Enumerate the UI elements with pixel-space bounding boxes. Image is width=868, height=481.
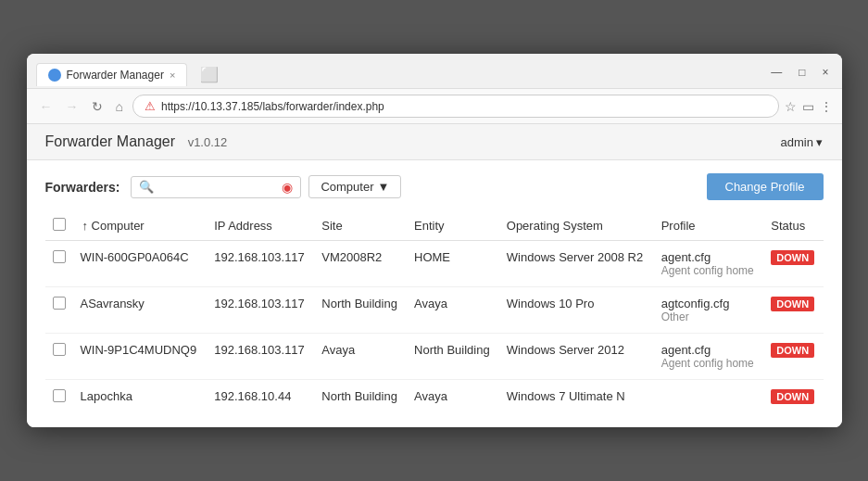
forwarders-table: ↑ Computer IP Address Site Entity Operat… (45, 211, 824, 414)
col-profile[interactable]: Profile (654, 211, 764, 241)
table-row: Lapochka 192.168.10.44 North Building Av… (45, 380, 824, 415)
cell-site: North Building (314, 287, 407, 334)
new-tab-button[interactable]: ⬜ (193, 61, 226, 88)
cell-ip: 192.168.103.117 (207, 287, 314, 334)
close-button[interactable]: × (818, 66, 832, 79)
security-warning-icon: ⚠ (145, 99, 156, 113)
forward-button[interactable]: → (62, 97, 82, 116)
cell-os: Windows 10 Pro (499, 287, 654, 334)
admin-menu[interactable]: admin ▾ (780, 135, 823, 149)
search-box[interactable]: 🔍 ◉ (131, 176, 301, 198)
cell-ip: 192.168.10.44 (207, 380, 314, 415)
cell-site: Avaya (314, 334, 407, 380)
row-checkbox-cell[interactable] (45, 380, 73, 415)
toolbar: Forwarders: 🔍 ◉ Computer ▼ Change Profil… (45, 173, 824, 200)
col-status[interactable]: Status (763, 211, 823, 241)
row-checkbox[interactable] (53, 250, 66, 263)
change-profile-button[interactable]: Change Profile (707, 173, 824, 200)
cell-profile: agent.cfg Agent config home (654, 334, 764, 380)
table-row: ASavransky 192.168.103.117 North Buildin… (45, 287, 824, 334)
row-checkbox[interactable] (53, 343, 66, 356)
tab-label: Forwarder Manager (67, 69, 164, 82)
home-button[interactable]: ⌂ (112, 97, 127, 116)
col-ip[interactable]: IP Address (207, 211, 314, 241)
cell-status: DOWN (763, 241, 823, 287)
cell-computer: ASavransky (73, 287, 208, 334)
cell-ip: 192.168.103.117 (207, 334, 314, 380)
minimize-button[interactable]: — (767, 66, 786, 79)
tab-close-button[interactable]: × (170, 70, 175, 81)
address-bar-actions: ☆ ▭ ⋮ (785, 99, 833, 114)
window-controls: — □ × (767, 66, 832, 84)
cell-status: DOWN (763, 334, 823, 380)
cell-os: Windows Server 2012 (499, 334, 654, 380)
cast-icon[interactable]: ▭ (802, 99, 814, 114)
main-content: Forwarders: 🔍 ◉ Computer ▼ Change Profil… (27, 160, 842, 427)
status-badge: DOWN (771, 389, 814, 404)
select-all-checkbox[interactable] (53, 218, 66, 231)
browser-window: Forwarder Manager × ⬜ — □ × ← → ↻ ⌂ ⚠ ht… (27, 54, 842, 427)
row-checkbox-cell[interactable] (45, 334, 73, 380)
search-icon: 🔍 (139, 180, 154, 194)
restore-button[interactable]: □ (795, 66, 809, 79)
cell-status: DOWN (763, 287, 823, 334)
row-checkbox[interactable] (53, 389, 66, 402)
status-badge: DOWN (771, 343, 814, 358)
filter-dropdown[interactable]: Computer ▼ (308, 175, 401, 198)
cell-profile (654, 380, 764, 415)
browser-tab[interactable]: Forwarder Manager × (36, 63, 188, 86)
bookmark-icon[interactable]: ☆ (785, 99, 797, 114)
cell-entity: Avaya (407, 380, 499, 415)
status-badge: DOWN (771, 297, 814, 311)
cell-os: Windows Server 2008 R2 (499, 241, 654, 287)
table-header-row: ↑ Computer IP Address Site Entity Operat… (45, 211, 824, 241)
url-text: https://10.13.37.185/labs/forwarder/inde… (161, 100, 384, 113)
menu-icon[interactable]: ⋮ (820, 99, 833, 114)
tab-favicon (48, 69, 61, 82)
forwarders-label: Forwarders: (45, 180, 120, 195)
cell-site: North Building (314, 380, 407, 415)
table-row: WIN-600GP0A064C 192.168.103.117 VM2008R2… (45, 241, 824, 287)
cell-site: VM2008R2 (314, 241, 407, 287)
row-checkbox[interactable] (53, 297, 66, 310)
title-bar: Forwarder Manager × ⬜ — □ × (27, 54, 842, 89)
cell-computer: WIN-9P1C4MUDNQ9 (73, 334, 208, 380)
app-title: Forwarder Manager (45, 133, 176, 149)
cell-os: Windows 7 Ultimate N (499, 380, 654, 415)
dropdown-arrow-icon: ▼ (378, 180, 390, 194)
col-entity[interactable]: Entity (407, 211, 499, 241)
col-computer[interactable]: ↑ Computer (73, 211, 208, 241)
app-title-area: Forwarder Manager v1.0.12 (45, 133, 228, 150)
cell-entity: HOME (407, 241, 499, 287)
cell-computer: Lapochka (73, 380, 208, 415)
col-os[interactable]: Operating System (499, 211, 654, 241)
back-button[interactable]: ← (36, 97, 57, 116)
cell-entity: Avaya (407, 287, 499, 334)
cell-computer: WIN-600GP0A064C (73, 241, 208, 287)
reload-button[interactable]: ↻ (88, 97, 107, 116)
app-version: v1.0.12 (188, 135, 228, 149)
cell-status: DOWN (763, 380, 823, 415)
status-badge: DOWN (771, 250, 814, 265)
cell-entity: North Building (407, 334, 499, 380)
select-all-header[interactable] (45, 211, 73, 241)
address-bar: ← → ↻ ⌂ ⚠ https://10.13.37.185/labs/forw… (27, 89, 842, 124)
cell-profile: agent.cfg Agent config home (654, 241, 764, 287)
filter-label: Computer (321, 180, 373, 194)
search-input[interactable] (157, 180, 278, 194)
app-header: Forwarder Manager v1.0.12 admin ▾ (27, 124, 842, 160)
row-checkbox-cell[interactable] (45, 287, 73, 334)
row-checkbox-cell[interactable] (45, 241, 73, 287)
col-site[interactable]: Site (314, 211, 407, 241)
cell-ip: 192.168.103.117 (207, 241, 314, 287)
clear-search-icon[interactable]: ◉ (282, 180, 293, 195)
cell-profile: agtconfig.cfg Other (654, 287, 764, 334)
table-row: WIN-9P1C4MUDNQ9 192.168.103.117 Avaya No… (45, 334, 824, 380)
url-bar[interactable]: ⚠ https://10.13.37.185/labs/forwarder/in… (132, 95, 779, 118)
